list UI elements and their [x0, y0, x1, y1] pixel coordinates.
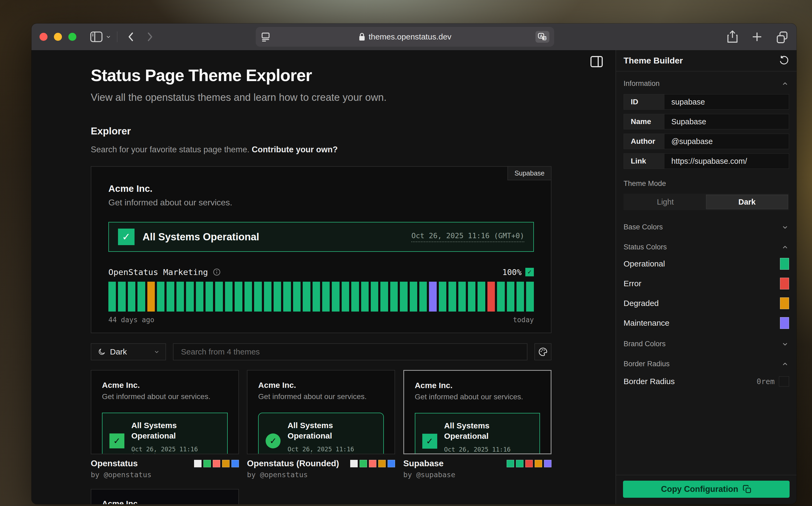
forward-button[interactable] — [145, 31, 154, 42]
tracker-bar-operational[interactable] — [468, 282, 475, 312]
address-bar[interactable]: themes.openstatus.dev A文 — [256, 27, 554, 47]
theme-card-openstatus-rounded[interactable]: Acme Inc. Get informed about our service… — [247, 370, 395, 479]
tracker-bar-operational[interactable] — [322, 282, 330, 312]
page-settings-icon[interactable] — [261, 31, 271, 42]
tracker-bar-operational[interactable] — [477, 282, 485, 312]
tracker-bar-degraded[interactable] — [147, 282, 155, 312]
tracker-bar-operational[interactable] — [458, 282, 466, 312]
tracker-bar-operational[interactable] — [400, 282, 407, 312]
dark-mode-button[interactable]: Dark — [706, 195, 788, 209]
tracker-bar-operational[interactable] — [390, 282, 398, 312]
tracker-bar-operational[interactable] — [526, 282, 534, 312]
tracker-bar-operational[interactable] — [235, 282, 242, 312]
tracker-bar-operational[interactable] — [371, 282, 378, 312]
border-radius-swatch[interactable] — [779, 376, 789, 387]
back-button[interactable] — [127, 31, 136, 42]
info-row-name: Name Supabase — [623, 114, 789, 130]
reset-icon[interactable] — [779, 56, 789, 66]
tracker-bar-operational[interactable] — [312, 282, 320, 312]
degraded-color-swatch[interactable] — [780, 298, 789, 309]
tracker-bar-operational[interactable] — [108, 282, 116, 312]
swatch — [535, 460, 542, 467]
card-org-name: Acme Inc. — [415, 381, 540, 390]
panel-toggle-icon[interactable] — [590, 56, 603, 67]
theme-mode-select[interactable]: Dark — [91, 343, 166, 360]
translate-icon[interactable]: A文 — [535, 31, 549, 43]
explorer-description: Search for your favorite status page the… — [91, 145, 551, 154]
section-label: Status Colors — [623, 243, 667, 251]
section-base-colors[interactable]: Base Colors — [623, 223, 789, 231]
url-text[interactable]: themes.openstatus.dev — [369, 32, 451, 41]
error-color-swatch[interactable] — [780, 278, 789, 289]
theme-card-openstatus[interactable]: Acme Inc. Get informed about our service… — [91, 370, 239, 479]
contribute-link[interactable]: Contribute your own? — [252, 145, 338, 154]
tracker-bar-operational[interactable] — [303, 282, 310, 312]
theme-card-partial[interactable]: Acme Inc. Get informed about our service… — [91, 489, 239, 504]
tracker-bar-operational[interactable] — [118, 282, 126, 312]
operational-color-swatch[interactable] — [780, 258, 789, 270]
tracker-bar-operational[interactable] — [196, 282, 203, 312]
tracker-bar-operational[interactable] — [206, 282, 213, 312]
section-information[interactable]: Information — [623, 80, 789, 88]
field-label: Name — [624, 114, 664, 129]
tracker-bar-operational[interactable] — [176, 282, 184, 312]
tracker-bar-operational[interactable] — [157, 282, 164, 312]
share-icon[interactable] — [727, 30, 738, 44]
id-field[interactable]: supabase — [664, 94, 789, 109]
tracker-bar-operational[interactable] — [361, 282, 369, 312]
tracker-bar-operational[interactable] — [293, 282, 301, 312]
author-field[interactable]: @supabase — [664, 134, 789, 149]
tracker-bar-operational[interactable] — [274, 282, 281, 312]
tracker-bar-operational[interactable] — [254, 282, 262, 312]
tracker-bar-operational[interactable] — [439, 282, 446, 312]
close-window-button[interactable] — [40, 33, 48, 41]
tracker-bar-operational[interactable] — [128, 282, 135, 312]
name-field[interactable]: Supabase — [664, 114, 789, 129]
light-mode-button[interactable]: Light — [624, 195, 706, 209]
tracker-bar-operational[interactable] — [448, 282, 456, 312]
maximize-window-button[interactable] — [68, 33, 76, 41]
info-icon[interactable] — [213, 268, 221, 276]
copy-configuration-button[interactable]: Copy Configuration — [623, 481, 790, 498]
tracker-bar-operational[interactable] — [283, 282, 291, 312]
theme-card-supabase[interactable]: Acme Inc. Get informed about our service… — [403, 370, 551, 479]
tracker-bar-operational[interactable] — [244, 282, 252, 312]
section-status-colors[interactable]: Status Colors — [623, 243, 789, 251]
tracker-bar-operational[interactable] — [332, 282, 339, 312]
search-input[interactable] — [173, 343, 527, 360]
tracker-bar-maintenance[interactable] — [429, 282, 436, 312]
tab-overview-icon[interactable] — [776, 30, 789, 43]
tracker-bar-operational[interactable] — [351, 282, 359, 312]
sidebar-chevron-icon[interactable] — [105, 33, 112, 40]
palette-button[interactable] — [534, 343, 551, 360]
card-status-line1: All Systems — [288, 420, 376, 430]
tracker-bar-operational[interactable] — [215, 282, 223, 312]
tracker-bar-operational[interactable] — [380, 282, 388, 312]
tracker-bar-operational[interactable] — [419, 282, 427, 312]
tracker-bar-operational[interactable] — [166, 282, 174, 312]
traffic-lights — [40, 33, 76, 41]
browser-toolbar: themes.openstatus.dev A文 — [31, 23, 797, 50]
tracker-bar-operational[interactable] — [410, 282, 417, 312]
section-brand-colors[interactable]: Brand Colors — [623, 340, 789, 348]
tracker-bar-operational[interactable] — [507, 282, 514, 312]
new-tab-icon[interactable] — [751, 31, 763, 43]
section-border-radius[interactable]: Border Radius — [623, 360, 789, 368]
tracker-bar-operational[interactable] — [225, 282, 232, 312]
tracker-bar-operational[interactable] — [138, 282, 145, 312]
tracker-bar-operational[interactable] — [342, 282, 349, 312]
tracker-bar-operational[interactable] — [186, 282, 194, 312]
panel-title: Theme Builder — [623, 56, 683, 66]
tracker-bar-error[interactable] — [488, 282, 495, 312]
minimize-window-button[interactable] — [54, 33, 62, 41]
status-banner-timestamp[interactable]: Oct 26, 2025 11:16 (GMT+0) — [411, 232, 524, 242]
sidebar-toggle-icon[interactable] — [90, 31, 102, 42]
maintenance-color-swatch[interactable] — [780, 317, 789, 329]
info-row-link: Link https://supabase.com/ — [623, 153, 789, 169]
status-color-error: Error — [623, 274, 789, 293]
tracker-bar-operational[interactable] — [517, 282, 524, 312]
tracker-bar-operational[interactable] — [497, 282, 505, 312]
card-theme-name: Openstatus (Rounded) — [247, 458, 339, 469]
link-field[interactable]: https://supabase.com/ — [664, 154, 789, 169]
tracker-bar-operational[interactable] — [264, 282, 272, 312]
